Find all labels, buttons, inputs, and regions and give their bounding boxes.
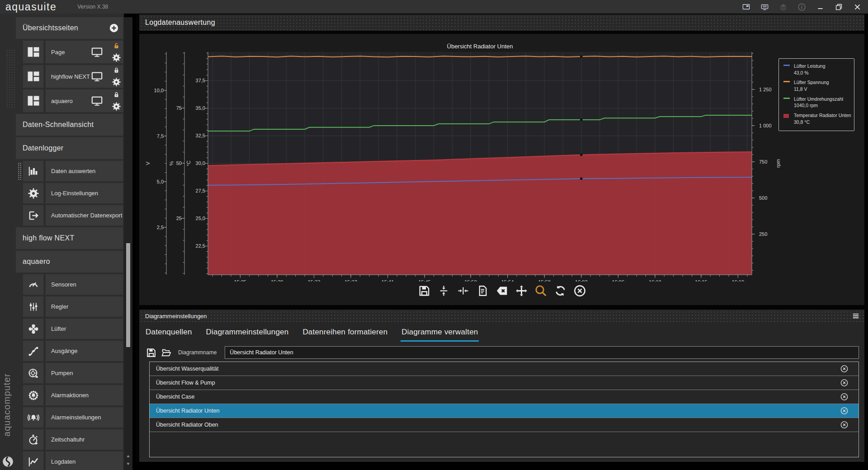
settings-title: Diagrammeinstellungen (145, 313, 207, 320)
settings-header: Diagrammeinstellungen (139, 310, 864, 322)
monitor-lines-icon (760, 3, 769, 11)
diagram-list-item-ubersicht-radiator-unten[interactable]: Übersicht Radiator Unten (150, 404, 859, 418)
lock-button[interactable] (113, 66, 120, 74)
show-on-monitor-button[interactable] (91, 95, 103, 107)
page-settings-button[interactable] (112, 102, 121, 111)
diagram-list: Übersicht WasserqualitätÜbersicht Flow &… (149, 362, 859, 457)
restore-button[interactable] (835, 3, 843, 11)
sidebar-item-highflow-next[interactable]: highflow NEXT (23, 65, 123, 88)
section-label: Übersichtsseiten (23, 24, 78, 32)
sidebar-item-lufter[interactable]: Lüfter (23, 319, 123, 339)
diagram-name-input[interactable] (225, 346, 859, 359)
sidebar-item-aquaero[interactable]: aquaero (23, 89, 123, 112)
delete-diagram-button[interactable] (840, 421, 849, 429)
sidebar-item-alarmeinstellungen[interactable]: Alarmeinstellungen (23, 407, 123, 428)
lock-open-button[interactable] (113, 42, 120, 50)
delete-diagram-button[interactable] (840, 407, 849, 415)
item-label: Ausgänge (51, 348, 78, 354)
layers-icon (779, 3, 788, 11)
monitor-lines-button[interactable] (760, 3, 769, 11)
sidebar-item-log-einstellungen[interactable]: Log-Einstellungen (23, 183, 123, 203)
svg-text:16:02: 16:02 (575, 279, 588, 282)
sidebar-section-high-flow-next[interactable]: high flow NEXT (16, 227, 123, 249)
fit-horizontal-icon (457, 284, 470, 297)
move-tool-button[interactable] (515, 284, 528, 297)
sidebar-item-regler[interactable]: Regler (23, 296, 123, 317)
info-button[interactable] (797, 3, 806, 11)
diagram-list-item-ubersicht-case[interactable]: Übersicht Case (150, 390, 859, 404)
svg-text:250: 250 (759, 231, 767, 237)
sidebar-item-alarmaktionen[interactable]: Alarmaktionen (23, 385, 123, 405)
sidebar-item-daten-auswerten[interactable]: Daten auswerten (23, 161, 123, 181)
legend-swatch (783, 79, 790, 92)
lock-button[interactable] (113, 91, 120, 99)
fit-vertical-tool-button[interactable] (437, 284, 450, 297)
diagram-list-item-ubersicht-radiator-oben[interactable]: Übersicht Radiator Oben (150, 418, 859, 432)
hamburger-menu-icon[interactable] (851, 311, 860, 320)
scroll-up-icon[interactable] (125, 453, 131, 459)
save-diagram-button[interactable] (146, 347, 157, 358)
legend-entry: Lüfter Leistung43,0 % (783, 63, 849, 76)
alarm-settings-icon (28, 412, 39, 423)
diagram-name: Übersicht Case (156, 394, 194, 400)
tab-diagramme-verwalten[interactable]: Diagramme verwalten (401, 326, 479, 342)
tab-datenreihen-formatieren[interactable]: Datenreihen formatieren (302, 326, 388, 342)
chart-canvas[interactable]: 2,55,07,510,0V255075%22,525,027,530,032,… (139, 34, 864, 282)
sidebar-item-zeitschaltuhr[interactable]: Zeitschaltuhr (23, 429, 123, 450)
rail-dots-decoration (6, 49, 15, 108)
sidebar-item-sensoren[interactable]: Sensoren (23, 274, 123, 295)
sidebar-item-logdaten[interactable]: Logdaten (23, 451, 123, 470)
clear-tool-button[interactable] (495, 284, 509, 297)
chart-panel: 2,55,07,510,0V255075%22,525,027,530,032,… (139, 34, 864, 305)
sidebar-section-ubersichtsseiten[interactable]: Übersichtsseiten (16, 17, 123, 39)
item-label: Logdaten (51, 458, 75, 465)
diagram-list-item-ubersicht-flow-pump[interactable]: Übersicht Flow & Pump (150, 376, 859, 390)
log-chart-icon (28, 456, 39, 468)
svg-text:15:54: 15:54 (501, 279, 514, 282)
svg-text:35,0: 35,0 (196, 105, 205, 111)
svg-text:%: % (169, 161, 174, 165)
refresh-tool-button[interactable] (554, 284, 567, 297)
sidebar-item-automatischer-datenexport[interactable]: Automatischer Datenexport (23, 205, 123, 226)
minimize-button[interactable] (816, 3, 825, 11)
delete-diagram-button[interactable] (840, 393, 849, 401)
open-diagram-button[interactable] (160, 347, 172, 358)
item-label: Automatischer Datenexport (51, 212, 123, 219)
fit-horizontal-tool-button[interactable] (457, 284, 470, 297)
cancel-tool-button[interactable] (573, 284, 586, 297)
diagram-list-item-ubersicht-wasserqualitat[interactable]: Übersicht Wasserqualität (150, 362, 859, 376)
page-settings-button[interactable] (112, 77, 121, 87)
sidebar-section-daten-schnellansicht[interactable]: Daten-Schnellansicht (16, 114, 123, 136)
legend-series-value: 43,0 % (794, 70, 809, 75)
save-tool-button[interactable] (418, 284, 431, 297)
titlebar: aquasuite Version X.38 (0, 0, 868, 14)
sidebar-scrollbar[interactable] (124, 17, 132, 470)
sidebar-item-page[interactable]: Page (23, 41, 123, 63)
tab-datenquellen[interactable]: Datenquellen (145, 326, 193, 342)
sidebar-item-pumpen[interactable]: Pumpen (23, 363, 123, 383)
circle-x-icon (840, 407, 849, 415)
lock-icon (113, 66, 120, 74)
report-tool-button[interactable] (476, 284, 489, 297)
zoom-tool-button[interactable] (534, 284, 547, 297)
layers-button[interactable] (779, 3, 788, 11)
scrollbar-thumb[interactable] (126, 243, 130, 347)
svg-text:75: 75 (176, 105, 182, 111)
show-on-monitor-button[interactable] (91, 46, 103, 58)
show-on-monitor-button[interactable] (91, 70, 103, 83)
tab-diagrammeinstellungen[interactable]: Diagrammeinstellungen (205, 326, 290, 342)
page-settings-button[interactable] (112, 53, 121, 62)
sidebar-section-datenlogger[interactable]: Datenlogger (16, 137, 123, 159)
diagram-name-label: Diagrammname (178, 349, 217, 356)
scroll-down-icon[interactable] (125, 461, 131, 467)
section-label: aquaero (23, 258, 50, 266)
add-page-button[interactable] (109, 23, 119, 33)
panel-toggle-button[interactable] (742, 3, 750, 11)
delete-diagram-button[interactable] (840, 379, 849, 387)
close-button[interactable] (853, 3, 862, 11)
sidebar-item-ausgange[interactable]: Ausgänge (23, 341, 123, 361)
svg-text:15:50: 15:50 (464, 279, 477, 282)
sidebar-section-aquaero[interactable]: aquaero (16, 251, 123, 273)
legend-series-value: 30,8 °C (794, 119, 810, 125)
delete-diagram-button[interactable] (840, 365, 849, 373)
